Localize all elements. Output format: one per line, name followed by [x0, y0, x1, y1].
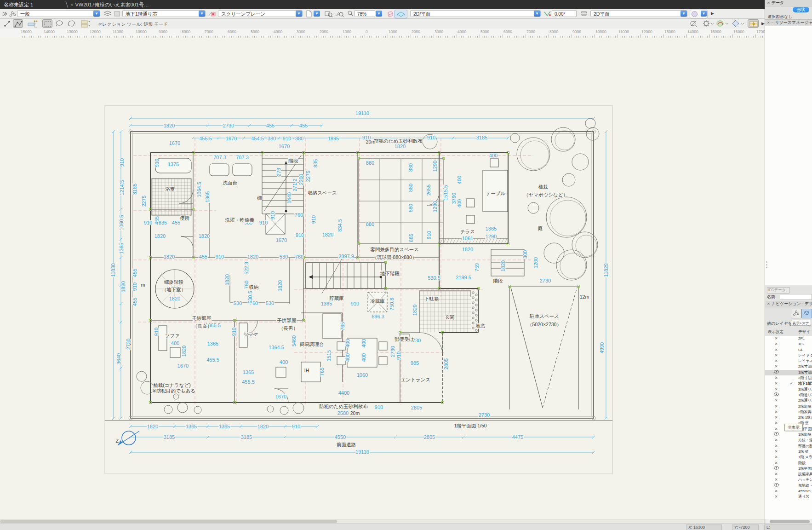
render-stack-icon[interactable] [580, 10, 588, 17]
layer-row[interactable]: ✕方位・道路 [765, 438, 812, 443]
data-palette-header[interactable]: ✕データ [765, 0, 812, 6]
visible-eye-icon[interactable] [773, 466, 779, 472]
chevron-down-icon[interactable]: ▼ [680, 11, 687, 17]
wall-preferences-icon[interactable] [208, 11, 216, 17]
view-dropdown[interactable]: 2D/平面▼ [410, 10, 541, 17]
hidden-x-icon[interactable]: ✕ [773, 415, 779, 421]
layer-row[interactable]: ✕通り芯 [765, 494, 812, 500]
layer-row[interactable]: ✕部屋の配置 [765, 444, 812, 449]
interactive-scale-icon[interactable] [4, 20, 11, 27]
layer-row[interactable]: ✕設備家具 [765, 472, 812, 477]
layer-row[interactable]: ✕3階通り芯 [765, 387, 812, 392]
layer-row[interactable]: ✕2階 1階と [765, 415, 812, 421]
zoom-level-input[interactable]: 78% [355, 10, 375, 17]
layer-row[interactable]: ✕階段 [765, 461, 812, 466]
layer-row[interactable]: ✕1FL [765, 341, 812, 347]
hidden-x-icon[interactable]: ✕ [773, 472, 779, 477]
chevron-down-icon[interactable]: ▼ [296, 11, 302, 17]
close-icon[interactable]: ✕ [767, 1, 770, 5]
snap-grid-icon[interactable] [716, 20, 728, 27]
name-input[interactable] [780, 294, 812, 300]
fit-objects-icon[interactable] [336, 10, 344, 17]
settings-gear-icon[interactable] [703, 20, 714, 27]
canvas-hscrollbar[interactable] [0, 519, 765, 524]
layer-row[interactable]: ✕✓地下1階通り芯 [765, 381, 812, 386]
angle-input[interactable]: 0.00° [552, 10, 577, 17]
saved-views-button[interactable] [791, 309, 801, 318]
hidden-x-icon[interactable]: ✕ [773, 364, 779, 369]
toolbar-overflow-arrow[interactable]: ▶ [761, 21, 765, 26]
history-back-icon[interactable] [2, 11, 7, 17]
close-icon[interactable]: ✕ [767, 302, 770, 306]
hidden-x-icon[interactable]: ✕ [773, 494, 779, 500]
ifc-data-button[interactable]: IFCデータ... [767, 287, 790, 294]
hidden-x-icon[interactable]: ✕ [773, 409, 779, 415]
layer-row[interactable]: ✕1階 壁 [765, 449, 812, 455]
hscroll-thumb[interactable] [0, 520, 337, 523]
sidebar-hscrollbar[interactable] [766, 519, 812, 524]
hidden-x-icon[interactable]: ✕ [773, 336, 779, 341]
layer-row[interactable]: ✕レイヤ-2 [765, 353, 812, 358]
hidden-x-icon[interactable]: ✕ [773, 444, 779, 449]
hidden-x-icon[interactable]: ✕ [773, 358, 779, 364]
hidden-x-icon[interactable]: ✕ [773, 421, 779, 426]
constrain-mode-icon[interactable] [28, 20, 38, 28]
hidden-x-icon[interactable]: ✕ [773, 381, 779, 386]
layer-row[interactable]: ✕レイヤ-1 [765, 358, 812, 364]
toolbar-overflow-arrow[interactable]: ▶ [711, 11, 714, 16]
snap-object-icon[interactable] [732, 20, 744, 27]
zoom-icon[interactable] [348, 11, 354, 17]
render-mode-dropdown[interactable]: 2D平面▼ [590, 10, 687, 17]
other-layers-dropdown[interactable]: 表示+スナ [791, 320, 811, 326]
design-layers-button[interactable] [801, 309, 812, 318]
polygon-select-mode[interactable] [66, 19, 76, 28]
hidden-x-icon[interactable]: ✕ [773, 461, 779, 466]
hidden-x-icon[interactable]: ✕ [773, 404, 779, 409]
layer-row[interactable]: ✕2階通り芯 [765, 398, 812, 403]
drawing-canvas[interactable]: 1911018202730455455455.51670454.53809103… [0, 38, 765, 524]
tab-shape[interactable]: 形状 [793, 7, 809, 12]
rectangle-select-mode[interactable] [42, 19, 52, 28]
tab-untitled[interactable]: 名称未設定 1 [4, 0, 33, 9]
hidden-x-icon[interactable]: ✕ [773, 449, 779, 455]
page-icon[interactable] [305, 10, 313, 17]
chevron-down-icon[interactable]: ▼ [701, 11, 707, 17]
render-style-button[interactable]: ▼ [690, 10, 708, 18]
chevron-down-icon[interactable]: ▼ [199, 11, 205, 17]
layer-row[interactable]: 1階通り芯 [765, 392, 812, 398]
collapse-icon[interactable]: − [772, 21, 774, 25]
layer-row[interactable]: ✕1階 スラブ [765, 455, 812, 460]
selection-options-icon[interactable] [81, 20, 91, 28]
smart-cursor-button[interactable] [748, 19, 759, 28]
layer-row[interactable]: ✕455mm [765, 489, 812, 494]
layer-row[interactable]: 1階寸法線 [765, 370, 812, 375]
chevron-down-icon[interactable]: ▼ [93, 11, 100, 17]
saved-view-dropdown[interactable]: 一般▼ [17, 10, 100, 17]
visible-eye-icon[interactable] [773, 392, 779, 398]
tab-close-icon[interactable]: × [70, 2, 73, 7]
saved-views-icon[interactable] [9, 11, 16, 17]
hidden-x-icon[interactable]: ✕ [773, 489, 779, 494]
navigation-palette-header[interactable]: ✕ナビゲーション - デザイ [765, 301, 812, 307]
drag-mode-button[interactable] [13, 19, 23, 28]
layer-row[interactable]: ✕2階部屋名 [765, 404, 812, 409]
hidden-x-icon[interactable]: ✕ [773, 398, 779, 403]
layer-row[interactable]: ✕2階寸法線 [765, 375, 812, 381]
active-plane-button[interactable] [395, 10, 407, 18]
lasso-select-mode[interactable] [54, 19, 64, 28]
hidden-x-icon[interactable]: ✕ [773, 347, 779, 353]
close-icon[interactable]: ✕ [767, 21, 770, 25]
hidden-x-icon[interactable]: ✕ [773, 353, 779, 358]
layer-row[interactable]: 1階部屋名 [765, 432, 812, 438]
page-chevron-icon[interactable]: ▼ [314, 11, 320, 17]
layer-row[interactable]: ✕GL [765, 347, 812, 353]
layer-row[interactable]: ✕2FL [765, 336, 812, 341]
layer-row[interactable]: 敷地線・道 [765, 483, 812, 489]
layers-icon[interactable] [104, 11, 111, 17]
sidebar-hscroll-thumb[interactable] [770, 520, 810, 523]
no-snap-icon[interactable] [690, 20, 698, 27]
layer-dropdown[interactable]: 地下1階通り芯▼ [122, 10, 206, 17]
zoom-chevron-icon[interactable]: ▼ [376, 11, 382, 17]
visible-eye-icon[interactable] [773, 432, 779, 438]
layer-row[interactable]: ✕ハッチング [765, 477, 812, 483]
